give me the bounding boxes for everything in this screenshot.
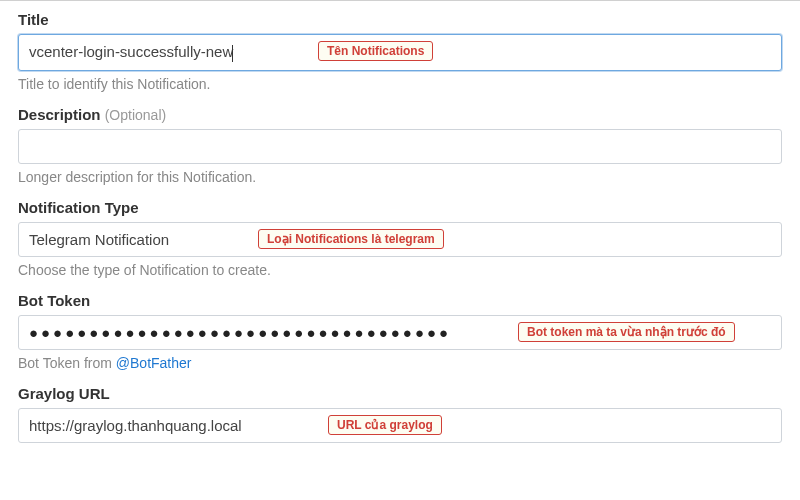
type-select[interactable]: Telegram Notification	[18, 222, 782, 257]
type-help: Choose the type of Notification to creat…	[18, 262, 782, 278]
url-input[interactable]	[18, 408, 782, 443]
description-input[interactable]	[18, 129, 782, 164]
type-label: Notification Type	[18, 199, 782, 216]
token-input[interactable]: ●●●●●●●●●●●●●●●●●●●●●●●●●●●●●●●●●●●	[18, 315, 782, 350]
token-label: Bot Token	[18, 292, 782, 309]
description-label: Description (Optional)	[18, 106, 782, 123]
description-label-text: Description	[18, 106, 101, 123]
botfather-link[interactable]: @BotFather	[116, 355, 192, 371]
url-label: Graylog URL	[18, 385, 782, 402]
field-bot-token: Bot Token ●●●●●●●●●●●●●●●●●●●●●●●●●●●●●●…	[18, 292, 782, 371]
description-help: Longer description for this Notification…	[18, 169, 782, 185]
field-graylog-url: Graylog URL URL của graylog	[18, 385, 782, 443]
field-title: Title vcenter-login-successfully-new Tên…	[18, 11, 782, 92]
title-help: Title to identify this Notification.	[18, 76, 782, 92]
token-help-prefix: Bot Token from	[18, 355, 116, 371]
field-notification-type: Notification Type Telegram Notification …	[18, 199, 782, 278]
title-input-value: vcenter-login-successfully-new	[29, 43, 233, 60]
field-description: Description (Optional) Longer descriptio…	[18, 106, 782, 185]
token-help: Bot Token from @BotFather	[18, 355, 782, 371]
description-optional: (Optional)	[105, 107, 166, 123]
text-cursor	[232, 45, 233, 62]
title-label: Title	[18, 11, 782, 28]
type-select-value: Telegram Notification	[29, 231, 169, 248]
top-right-indicator	[18, 1, 782, 11]
token-input-value: ●●●●●●●●●●●●●●●●●●●●●●●●●●●●●●●●●●●	[29, 324, 451, 341]
title-input[interactable]: vcenter-login-successfully-new	[18, 34, 782, 71]
